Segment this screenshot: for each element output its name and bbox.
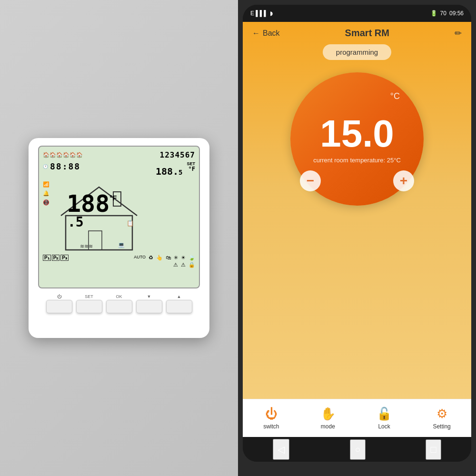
mode-label: mode (321, 423, 335, 430)
lcd-middle: 📶 🔔 📵 ≋≋≋ (43, 178, 195, 254)
phone-panel: E ▌▌▌ ◗ 🔋 70 09:56 ← Back Smart RM ✏ (238, 0, 476, 476)
wifi-status-icon: ◗ (270, 10, 273, 17)
android-home-button[interactable]: ○ (350, 439, 365, 460)
svg-text:📋: 📋 (127, 219, 134, 227)
up-hw-button[interactable] (166, 300, 192, 313)
decrease-temperature-button[interactable]: − (300, 170, 321, 191)
set-hw-button[interactable] (76, 300, 102, 313)
nav-mode[interactable]: ✋ mode (320, 407, 336, 430)
android-recent-button[interactable]: □ (426, 439, 441, 460)
lcd-top-bar: 🏠🏠🏠🏠🏠🏠 1234567 (43, 150, 195, 159)
nav-lock[interactable]: 🔓 Lock (377, 407, 392, 430)
mode-icon: ✋ (320, 407, 336, 421)
hardware-buttons-row: ⏻ SET OK ▼ ▲ (46, 294, 192, 313)
edit-icon[interactable]: ✏ (455, 28, 462, 39)
app-title: Smart RM (345, 28, 389, 39)
segment-display: 1234567 (160, 150, 195, 159)
lcd-left-icons: 📶 🔔 📵 (43, 181, 50, 254)
house-icons: 🏠🏠🏠🏠🏠🏠 (43, 152, 83, 158)
setting-label: Setting (433, 423, 450, 430)
mode-icons: AUTO ♻ 👆 🛍 ✳ ☀ 🍃 (134, 255, 195, 261)
switch-label: switch (263, 423, 279, 430)
down-btn-group: ▼ (136, 294, 162, 313)
p3-label: P₃ (60, 255, 69, 261)
main-temperature-display: 15.0 (320, 115, 394, 153)
p2-label: P₂ (52, 255, 60, 261)
status-bar: E ▌▌▌ ◗ 🔋 70 09:56 (243, 5, 471, 22)
power-hw-button[interactable] (46, 300, 72, 313)
android-nav-bar: ◁ ○ □ (243, 437, 471, 462)
main-temp-value: 188°F .5 (67, 192, 117, 229)
setting-icon: ⚙ (436, 407, 447, 421)
up-btn-label: ▲ (177, 294, 181, 299)
power-btn-group: ⏻ (46, 294, 72, 313)
lcd-bottom-row2: ⚠ ⚠ 🔒 (43, 262, 195, 268)
switch-icon: ⏻ (265, 407, 278, 421)
signal-icon: E ▌▌▌ (250, 10, 268, 17)
battery-icon: 🔋 (430, 10, 437, 17)
lock-icon: 🔒 (188, 262, 195, 268)
recycle-icon: ♻ (149, 255, 153, 261)
up-btn-group: ▲ (166, 294, 192, 313)
hand-icon: 👆 (156, 255, 163, 261)
nav-switch[interactable]: ⏻ switch (263, 407, 279, 430)
set-btn-label: SET (85, 294, 93, 299)
lcd-screen: 🏠🏠🏠🏠🏠🏠 1234567 🕐 88:88 SET 188.5 °F (38, 146, 200, 288)
sensor-icon: 🔔 (43, 190, 50, 197)
thermostat-device: 🏠🏠🏠🏠🏠🏠 1234567 🕐 88:88 SET 188.5 °F (29, 138, 209, 338)
bag-icon: 🛍 (166, 255, 171, 261)
sun2-icon: ☀ (181, 255, 186, 261)
thermostat-circle: °C 15.0 current room temperature: 25°C −… (290, 72, 424, 206)
ok-btn-label: OK (116, 294, 122, 299)
phone-frame: E ▌▌▌ ◗ 🔋 70 09:56 ← Back Smart RM ✏ (243, 5, 471, 462)
lock-label: Lock (378, 423, 390, 430)
ok-btn-group: OK (106, 294, 132, 313)
set-value: 188.5 °F (156, 166, 195, 177)
app-content: ← Back Smart RM ✏ programming °C 15.0 cu… (243, 22, 471, 437)
svg-text:≋≋≋: ≋≋≋ (80, 243, 93, 249)
clock-time-display: 88:88 (50, 161, 80, 171)
increase-temperature-button[interactable]: + (393, 170, 414, 191)
auto-label: AUTO (134, 255, 146, 261)
down-btn-label: ▼ (147, 294, 151, 299)
program-labels: P₁ P₂ P₃ (43, 255, 69, 261)
back-arrow-icon: ← (252, 29, 260, 38)
clock-status: 09:56 (449, 10, 464, 17)
programming-button[interactable]: programming (323, 44, 391, 60)
thermostat-device-panel: 🏠🏠🏠🏠🏠🏠 1234567 🕐 88:88 SET 188.5 °F (0, 0, 238, 476)
house-area: ≋≋≋ 🌡 📋 💻 188°F .5 (51, 178, 195, 254)
nav-setting[interactable]: ⚙ Setting (433, 407, 450, 430)
lcd-bottom-row1: P₁ P₂ P₃ AUTO ♻ 👆 🛍 ✳ ☀ 🍃 (43, 255, 195, 261)
sun-icon: ✳ (174, 255, 178, 261)
battery-level: 70 (440, 10, 446, 17)
status-right: 🔋 70 09:56 (430, 10, 464, 17)
set-btn-group: SET (76, 294, 102, 313)
lcd-top-icons: 🏠🏠🏠🏠🏠🏠 (43, 152, 83, 158)
celsius-symbol: °C (390, 91, 400, 101)
ok-hw-button[interactable] (106, 300, 132, 313)
room-temperature-label: current room temperature: 25°C (313, 157, 401, 164)
clock-icon: 🕐 (43, 164, 48, 169)
warning2-icon: ⚠ (181, 262, 186, 268)
svg-text:💻: 💻 (118, 241, 125, 248)
lock-nav-icon: 🔓 (377, 407, 392, 421)
set-temp-display: SET 188.5 °F (156, 161, 195, 177)
down-hw-button[interactable] (136, 300, 162, 313)
wifi-icon: 📶 (43, 181, 50, 188)
p1-label: P₁ (43, 255, 51, 261)
power-btn-label: ⏻ (57, 294, 61, 299)
android-back-button[interactable]: ◁ (273, 439, 289, 460)
app-header: ← Back Smart RM ✏ (243, 22, 471, 44)
bottom-navigation: ⏻ switch ✋ mode 🔓 Lock ⚙ Setting (243, 399, 471, 437)
wifi-x-icon: 📵 (43, 199, 50, 206)
warning-icon: ⚠ (173, 262, 178, 268)
back-label: Back (263, 29, 280, 38)
back-button[interactable]: ← Back (252, 29, 280, 38)
leaf-icon: 🍃 (188, 255, 195, 261)
status-carrier: E ▌▌▌ ◗ (250, 10, 273, 17)
